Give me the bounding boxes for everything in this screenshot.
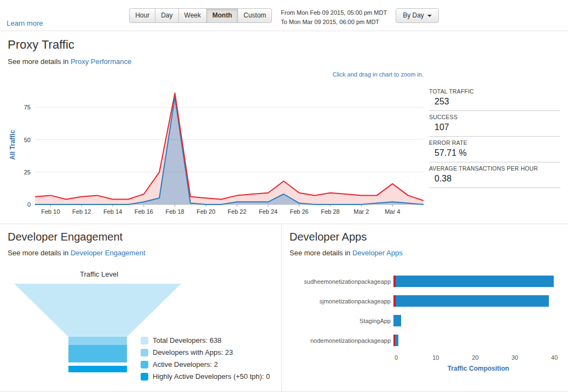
learn-more-link[interactable]: Learn more (7, 19, 43, 27)
caret-down-icon (427, 15, 432, 17)
success-line (35, 97, 424, 204)
stat-value: 0.38 (429, 174, 560, 184)
x-tick-label: 20 (472, 354, 478, 361)
funnel-level-active-developers (68, 345, 127, 362)
x-axis: 010203040 (396, 354, 560, 362)
developer-apps-details: See more details in Developer Apps (289, 249, 560, 257)
zoom-hint: Click and drag in chart to zoom in. (8, 71, 429, 78)
developer-apps-section: Developer Apps See more details in Devel… (281, 224, 568, 391)
legend-label: Developers with Apps: 23 (153, 348, 233, 356)
y-tick-label: 75 (24, 104, 31, 110)
y-axis-label: All Traffic (9, 130, 16, 160)
legend-swatch (141, 373, 148, 381)
x-tick-label: Feb 26 (290, 208, 309, 215)
proxy-traffic-details: See more details in Proxy Performance (8, 57, 560, 66)
x-tick-label: Feb 20 (196, 208, 215, 215)
developer-apps-chart[interactable]: sudheemonetizationpackageappsjmonetizati… (289, 276, 560, 372)
range-button-custom[interactable]: Custom (237, 8, 272, 23)
funnel-title: Traffic Level (14, 270, 184, 278)
bar-label: sudheemonetizationpackageapp (289, 278, 393, 285)
date-to: To Mon Mar 09 2015, 06:00 pm MDT (281, 17, 387, 27)
x-tick-label: Feb 16 (135, 208, 153, 215)
x-tick-label: Feb 18 (165, 208, 184, 215)
range-button-day[interactable]: Day (155, 8, 178, 23)
y-tick-label: 0 (27, 201, 31, 208)
proxy-stats-panel: TOTAL TRAFFIC 253 SUCCESS 107 ERROR RATE… (429, 85, 560, 223)
y-tick-label: 50 (24, 137, 31, 143)
legend-label: Highly Active Developers (+50 tph): 0 (153, 372, 270, 381)
stat-success: SUCCESS 107 (429, 111, 560, 137)
legend-swatch (141, 349, 148, 356)
bar-row: nodemonetizationpackageapp (289, 335, 560, 346)
range-button-week[interactable]: Week (178, 8, 206, 23)
success-segment (396, 295, 549, 307)
details-text: See more details in (8, 57, 68, 66)
date-from: From Mon Feb 09 2015, 05:00 pm MDT (281, 8, 387, 17)
group-by-dropdown[interactable]: By Day (396, 8, 439, 23)
stat-value: 107 (429, 122, 560, 132)
developer-apps-link[interactable]: Developer Apps (352, 249, 403, 257)
proxy-traffic-title: Proxy Traffic (8, 38, 560, 52)
x-tick-label: Mar 4 (385, 208, 400, 215)
x-tick-label: 40 (551, 354, 558, 361)
date-range: From Mon Feb 09 2015, 05:00 pm MDT To Mo… (281, 8, 387, 26)
stat-label: TOTAL TRAFFIC (429, 88, 560, 95)
funnel-legend: Total Developers: 638Developers with App… (141, 332, 270, 381)
success-segment (395, 335, 399, 346)
success-area (35, 97, 424, 204)
legend-item: Total Developers: 638 (141, 336, 270, 344)
developer-engagement-title: Developer Engagement (8, 231, 274, 243)
traffic-line (35, 93, 424, 201)
legend-label: Active Developers: 2 (153, 360, 218, 368)
bar[interactable] (393, 295, 549, 307)
stat-error-rate: ERROR RATE 57.71 % (429, 137, 560, 162)
funnel-level-highly-active-developers (68, 366, 127, 372)
legend-item: Developers with Apps: 23 (141, 348, 270, 356)
developer-engagement-section: Developer Engagement See more details in… (0, 224, 281, 391)
toolbar: Learn more Hour Day Week Month Custom Fr… (0, 0, 568, 31)
proxy-performance-link[interactable]: Proxy Performance (71, 57, 131, 66)
proxy-traffic-section: Proxy Traffic See more details in Proxy … (0, 31, 568, 224)
bar-label: nodemonetizationpackageapp (289, 337, 393, 344)
x-tick-label: Feb 28 (321, 208, 339, 215)
legend-swatch (141, 337, 148, 344)
x-tick-label: Feb 14 (103, 208, 122, 215)
stat-label: SUCCESS (429, 114, 560, 120)
x-axis-title: Traffic Composition (396, 365, 560, 372)
success-segment (393, 315, 401, 326)
traffic-area (35, 93, 424, 204)
range-button-month[interactable]: Month (206, 8, 237, 23)
funnel-level-developers-with-apps (68, 337, 127, 345)
stat-label: AVERAGE TRANSACTIONS PER HOUR (429, 165, 560, 172)
bar-row: StagingApp (289, 315, 560, 326)
x-tick-label: 0 (395, 354, 398, 361)
x-tick-label: Feb 10 (41, 208, 60, 215)
bar-label: sjmonetizationpackageapp (289, 298, 393, 305)
stat-label: ERROR RATE (429, 139, 560, 146)
details-text: See more details in (289, 249, 350, 257)
range-button-group: Hour Day Week Month Custom (129, 8, 272, 23)
bar[interactable] (393, 335, 398, 346)
legend-item: Highly Active Developers (+50 tph): 0 (141, 372, 270, 381)
funnel-level-total-developers (14, 284, 181, 337)
proxy-traffic-chart[interactable]: 0255075Feb 10Feb 12Feb 14Feb 16Feb 18Feb… (8, 78, 429, 223)
developer-engagement-link[interactable]: Developer Engagement (71, 249, 146, 257)
stat-value: 57.71 % (429, 148, 560, 158)
x-tick-label: 30 (512, 354, 518, 361)
group-by-label: By Day (403, 11, 424, 19)
range-button-hour[interactable]: Hour (129, 8, 155, 23)
x-tick-label: Feb 24 (259, 208, 277, 215)
developer-apps-title: Developer Apps (289, 231, 560, 243)
bar-row: sudheemonetizationpackageapp (289, 276, 560, 287)
legend-label: Total Developers: 638 (153, 336, 222, 344)
developer-engagement-details: See more details in Developer Engagement (8, 249, 274, 257)
bar[interactable] (393, 276, 554, 287)
success-segment (396, 276, 554, 287)
bar-row: sjmonetizationpackageapp (289, 295, 560, 307)
x-tick-label: Feb 12 (72, 208, 91, 215)
x-tick-label: Feb 22 (228, 208, 246, 215)
x-tick-label: 10 (432, 354, 439, 361)
y-tick-label: 25 (24, 169, 31, 175)
bar[interactable] (393, 315, 401, 326)
time-range-controls: Hour Day Week Month Custom From Mon Feb … (0, 0, 568, 26)
